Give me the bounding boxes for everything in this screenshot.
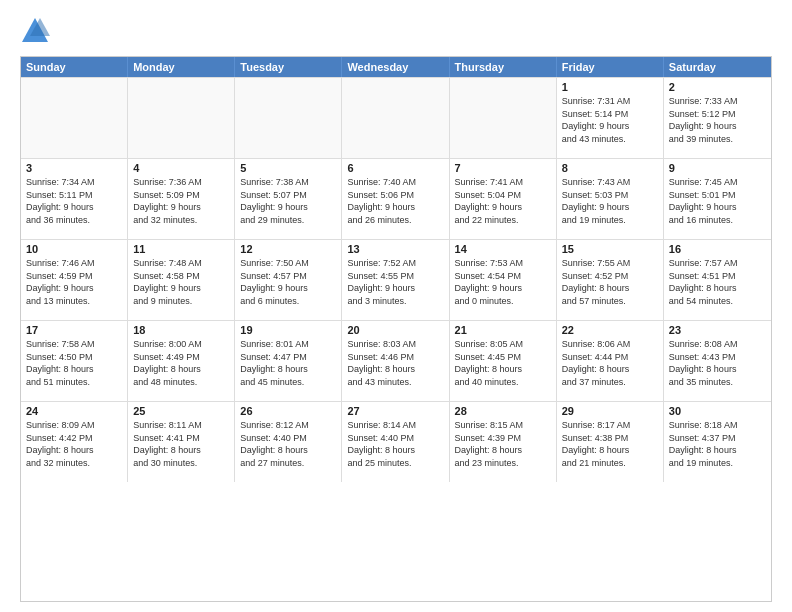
header-day-tuesday: Tuesday — [235, 57, 342, 77]
calendar-row-4: 24Sunrise: 8:09 AM Sunset: 4:42 PM Dayli… — [21, 401, 771, 482]
calendar-cell: 25Sunrise: 8:11 AM Sunset: 4:41 PM Dayli… — [128, 402, 235, 482]
calendar-cell: 20Sunrise: 8:03 AM Sunset: 4:46 PM Dayli… — [342, 321, 449, 401]
calendar-cell: 3Sunrise: 7:34 AM Sunset: 5:11 PM Daylig… — [21, 159, 128, 239]
day-info: Sunrise: 7:34 AM Sunset: 5:11 PM Dayligh… — [26, 176, 122, 226]
day-number: 3 — [26, 162, 122, 174]
calendar-cell: 2Sunrise: 7:33 AM Sunset: 5:12 PM Daylig… — [664, 78, 771, 158]
day-number: 18 — [133, 324, 229, 336]
calendar-cell: 4Sunrise: 7:36 AM Sunset: 5:09 PM Daylig… — [128, 159, 235, 239]
calendar-cell: 23Sunrise: 8:08 AM Sunset: 4:43 PM Dayli… — [664, 321, 771, 401]
calendar-cell: 24Sunrise: 8:09 AM Sunset: 4:42 PM Dayli… — [21, 402, 128, 482]
day-number: 29 — [562, 405, 658, 417]
header — [20, 16, 772, 46]
calendar-cell: 8Sunrise: 7:43 AM Sunset: 5:03 PM Daylig… — [557, 159, 664, 239]
day-info: Sunrise: 7:46 AM Sunset: 4:59 PM Dayligh… — [26, 257, 122, 307]
day-info: Sunrise: 8:03 AM Sunset: 4:46 PM Dayligh… — [347, 338, 443, 388]
header-day-monday: Monday — [128, 57, 235, 77]
day-number: 4 — [133, 162, 229, 174]
page: SundayMondayTuesdayWednesdayThursdayFrid… — [0, 0, 792, 612]
day-number: 11 — [133, 243, 229, 255]
day-info: Sunrise: 7:31 AM Sunset: 5:14 PM Dayligh… — [562, 95, 658, 145]
day-number: 21 — [455, 324, 551, 336]
day-number: 10 — [26, 243, 122, 255]
day-info: Sunrise: 7:57 AM Sunset: 4:51 PM Dayligh… — [669, 257, 766, 307]
calendar: SundayMondayTuesdayWednesdayThursdayFrid… — [20, 56, 772, 602]
day-info: Sunrise: 8:11 AM Sunset: 4:41 PM Dayligh… — [133, 419, 229, 469]
calendar-row-0: 1Sunrise: 7:31 AM Sunset: 5:14 PM Daylig… — [21, 77, 771, 158]
day-info: Sunrise: 8:08 AM Sunset: 4:43 PM Dayligh… — [669, 338, 766, 388]
day-info: Sunrise: 7:50 AM Sunset: 4:57 PM Dayligh… — [240, 257, 336, 307]
calendar-cell: 9Sunrise: 7:45 AM Sunset: 5:01 PM Daylig… — [664, 159, 771, 239]
day-info: Sunrise: 7:36 AM Sunset: 5:09 PM Dayligh… — [133, 176, 229, 226]
day-info: Sunrise: 7:45 AM Sunset: 5:01 PM Dayligh… — [669, 176, 766, 226]
day-number: 20 — [347, 324, 443, 336]
day-number: 17 — [26, 324, 122, 336]
calendar-cell: 17Sunrise: 7:58 AM Sunset: 4:50 PM Dayli… — [21, 321, 128, 401]
calendar-cell — [235, 78, 342, 158]
day-number: 16 — [669, 243, 766, 255]
day-info: Sunrise: 8:14 AM Sunset: 4:40 PM Dayligh… — [347, 419, 443, 469]
calendar-cell — [21, 78, 128, 158]
day-number: 2 — [669, 81, 766, 93]
calendar-cell — [128, 78, 235, 158]
calendar-cell: 16Sunrise: 7:57 AM Sunset: 4:51 PM Dayli… — [664, 240, 771, 320]
day-info: Sunrise: 7:40 AM Sunset: 5:06 PM Dayligh… — [347, 176, 443, 226]
day-number: 25 — [133, 405, 229, 417]
day-number: 24 — [26, 405, 122, 417]
calendar-cell: 1Sunrise: 7:31 AM Sunset: 5:14 PM Daylig… — [557, 78, 664, 158]
day-info: Sunrise: 8:15 AM Sunset: 4:39 PM Dayligh… — [455, 419, 551, 469]
day-info: Sunrise: 7:38 AM Sunset: 5:07 PM Dayligh… — [240, 176, 336, 226]
day-info: Sunrise: 8:12 AM Sunset: 4:40 PM Dayligh… — [240, 419, 336, 469]
day-number: 12 — [240, 243, 336, 255]
calendar-cell: 13Sunrise: 7:52 AM Sunset: 4:55 PM Dayli… — [342, 240, 449, 320]
day-number: 14 — [455, 243, 551, 255]
day-info: Sunrise: 7:33 AM Sunset: 5:12 PM Dayligh… — [669, 95, 766, 145]
day-number: 19 — [240, 324, 336, 336]
day-info: Sunrise: 7:52 AM Sunset: 4:55 PM Dayligh… — [347, 257, 443, 307]
day-number: 22 — [562, 324, 658, 336]
day-number: 6 — [347, 162, 443, 174]
day-info: Sunrise: 8:18 AM Sunset: 4:37 PM Dayligh… — [669, 419, 766, 469]
calendar-cell: 22Sunrise: 8:06 AM Sunset: 4:44 PM Dayli… — [557, 321, 664, 401]
day-number: 27 — [347, 405, 443, 417]
calendar-cell: 19Sunrise: 8:01 AM Sunset: 4:47 PM Dayli… — [235, 321, 342, 401]
day-info: Sunrise: 8:06 AM Sunset: 4:44 PM Dayligh… — [562, 338, 658, 388]
header-day-friday: Friday — [557, 57, 664, 77]
calendar-cell: 18Sunrise: 8:00 AM Sunset: 4:49 PM Dayli… — [128, 321, 235, 401]
calendar-cell: 26Sunrise: 8:12 AM Sunset: 4:40 PM Dayli… — [235, 402, 342, 482]
day-number: 7 — [455, 162, 551, 174]
day-info: Sunrise: 7:53 AM Sunset: 4:54 PM Dayligh… — [455, 257, 551, 307]
day-info: Sunrise: 7:48 AM Sunset: 4:58 PM Dayligh… — [133, 257, 229, 307]
calendar-cell: 6Sunrise: 7:40 AM Sunset: 5:06 PM Daylig… — [342, 159, 449, 239]
logo — [20, 16, 54, 46]
header-day-thursday: Thursday — [450, 57, 557, 77]
calendar-cell: 10Sunrise: 7:46 AM Sunset: 4:59 PM Dayli… — [21, 240, 128, 320]
calendar-cell: 11Sunrise: 7:48 AM Sunset: 4:58 PM Dayli… — [128, 240, 235, 320]
calendar-cell: 29Sunrise: 8:17 AM Sunset: 4:38 PM Dayli… — [557, 402, 664, 482]
calendar-cell: 28Sunrise: 8:15 AM Sunset: 4:39 PM Dayli… — [450, 402, 557, 482]
day-number: 13 — [347, 243, 443, 255]
day-number: 15 — [562, 243, 658, 255]
calendar-row-1: 3Sunrise: 7:34 AM Sunset: 5:11 PM Daylig… — [21, 158, 771, 239]
day-info: Sunrise: 7:41 AM Sunset: 5:04 PM Dayligh… — [455, 176, 551, 226]
day-number: 5 — [240, 162, 336, 174]
day-info: Sunrise: 8:17 AM Sunset: 4:38 PM Dayligh… — [562, 419, 658, 469]
day-number: 26 — [240, 405, 336, 417]
day-number: 8 — [562, 162, 658, 174]
calendar-cell: 21Sunrise: 8:05 AM Sunset: 4:45 PM Dayli… — [450, 321, 557, 401]
day-info: Sunrise: 8:01 AM Sunset: 4:47 PM Dayligh… — [240, 338, 336, 388]
calendar-row-3: 17Sunrise: 7:58 AM Sunset: 4:50 PM Dayli… — [21, 320, 771, 401]
day-info: Sunrise: 7:58 AM Sunset: 4:50 PM Dayligh… — [26, 338, 122, 388]
day-number: 1 — [562, 81, 658, 93]
calendar-cell: 7Sunrise: 7:41 AM Sunset: 5:04 PM Daylig… — [450, 159, 557, 239]
day-info: Sunrise: 8:09 AM Sunset: 4:42 PM Dayligh… — [26, 419, 122, 469]
calendar-cell — [342, 78, 449, 158]
header-day-sunday: Sunday — [21, 57, 128, 77]
header-day-saturday: Saturday — [664, 57, 771, 77]
calendar-cell: 15Sunrise: 7:55 AM Sunset: 4:52 PM Dayli… — [557, 240, 664, 320]
calendar-cell: 5Sunrise: 7:38 AM Sunset: 5:07 PM Daylig… — [235, 159, 342, 239]
day-number: 28 — [455, 405, 551, 417]
calendar-cell: 30Sunrise: 8:18 AM Sunset: 4:37 PM Dayli… — [664, 402, 771, 482]
day-number: 9 — [669, 162, 766, 174]
calendar-cell: 12Sunrise: 7:50 AM Sunset: 4:57 PM Dayli… — [235, 240, 342, 320]
